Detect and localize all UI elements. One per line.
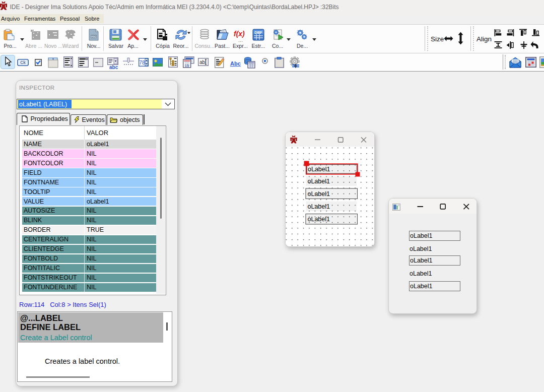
svg-text:Ck: Ck bbox=[20, 60, 26, 65]
svg-text:DBF: DBF bbox=[254, 30, 262, 35]
svg-text:oLabel1: oLabel1 bbox=[308, 166, 330, 173]
svg-text:78: 78 bbox=[139, 59, 145, 66]
svg-text:oLabel1: oLabel1 bbox=[308, 203, 330, 210]
svg-text:oLabel1: oLabel1 bbox=[308, 190, 330, 198]
svg-text:PRG: PRG bbox=[91, 35, 97, 38]
svg-text:oLabel1: oLabel1 bbox=[308, 216, 330, 223]
svg-text:ab: ab bbox=[199, 59, 206, 65]
svg-text:oLabel1: oLabel1 bbox=[308, 178, 330, 185]
svg-text:15: 15 bbox=[185, 63, 189, 68]
